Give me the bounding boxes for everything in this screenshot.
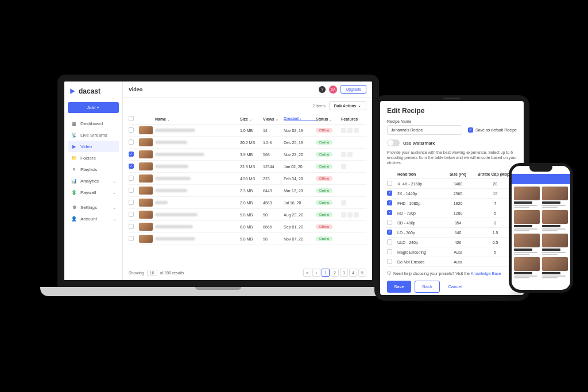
table-row[interactable]: 8.0 MB 8665 Sep 01, 20 Offline	[129, 221, 366, 233]
per-page-select[interactable]: 10	[147, 270, 157, 276]
back-button[interactable]: Back	[415, 281, 440, 293]
table-row[interactable]: 22.8 MB 12344 Jan 02, 20 Online	[129, 161, 366, 173]
page-prev[interactable]: ‹	[312, 269, 320, 277]
card-title	[542, 249, 560, 251]
preset-checkbox[interactable]	[387, 220, 392, 225]
sidebar-item-settings[interactable]: ⚙ Settings ⌄	[68, 201, 119, 213]
cancel-button[interactable]: Cancel	[443, 281, 467, 293]
avatar[interactable]: DA	[329, 86, 337, 94]
column-status[interactable]: Status⌄	[316, 117, 341, 121]
cell-views: 1.5 K	[263, 141, 284, 145]
sidebar-item-playlists[interactable]: ≡Playlists	[68, 164, 119, 175]
column-name[interactable]: Name⌄	[155, 117, 240, 121]
preset-row: FHD - 1080p 1920 7	[387, 199, 517, 208]
sidebar-item-folders[interactable]: 📁Folders	[68, 152, 119, 164]
card-thumbnail	[542, 234, 568, 247]
card-thumbnail	[542, 210, 568, 224]
feature-icon	[347, 212, 353, 218]
table-row[interactable]: 9.8 MB 98 Nov 07, 20 Online	[129, 233, 366, 245]
sidebar-item-dashboard[interactable]: ▦Dashboard	[68, 118, 119, 129]
page-number[interactable]: 5	[358, 269, 366, 277]
column-created[interactable]: Created↓	[284, 117, 316, 121]
watermark-toggle[interactable]	[387, 139, 400, 146]
table-row[interactable]: 9.8 MB 90 Aug 23, 20 Online	[129, 209, 366, 221]
select-all-checkbox[interactable]	[129, 116, 134, 121]
table-row[interactable]: 3.9 MB 568 Nov 22, 20 Online	[129, 149, 366, 161]
knowledge-base-link[interactable]: Knowledge Base	[471, 271, 501, 275]
content-card[interactable]	[542, 187, 568, 208]
table-row[interactable]: 2.3 MB 6443 Mar 12, 20 Online	[129, 185, 366, 197]
preset-checkbox[interactable]	[387, 200, 392, 205]
recipe-name-input[interactable]	[387, 125, 462, 135]
sidebar-item-paywall[interactable]: 💲Paywall⌄	[68, 187, 119, 198]
content-card[interactable]	[514, 257, 540, 278]
preset-checkbox[interactable]	[387, 181, 392, 186]
content-card[interactable]	[542, 234, 568, 255]
page-prev[interactable]: «	[303, 269, 311, 277]
sidebar-item-analytics[interactable]: 📊Analytics⌄	[68, 175, 119, 187]
row-checkbox[interactable]	[129, 236, 134, 241]
content-card[interactable]	[514, 234, 540, 255]
card-subtitle	[542, 207, 558, 208]
preset-row: 2K - 1440p 2560 15	[387, 189, 517, 199]
card-subtitle	[514, 230, 529, 231]
preset-name: 4K - 2160p	[397, 182, 442, 186]
table-row[interactable]: 4.56 MB 223 Feb 04, 20 Offline	[129, 173, 366, 185]
page-number[interactable]: 2	[331, 269, 339, 277]
status-badge: Online	[316, 212, 332, 217]
info-icon: ⓘ	[387, 270, 391, 276]
row-checkbox[interactable]	[129, 164, 134, 169]
default-recipe-checkbox[interactable]: Save as default Recipe	[468, 127, 517, 133]
preset-checkbox[interactable]	[387, 210, 392, 215]
row-checkbox[interactable]	[129, 152, 134, 157]
page-number[interactable]: 1	[322, 269, 330, 277]
preset-checkbox[interactable]	[387, 191, 392, 196]
save-button[interactable]: Save	[387, 281, 411, 293]
preset-checkbox[interactable]	[387, 249, 392, 254]
preset-row: SD - 480p 854 2	[387, 218, 517, 228]
phone-header	[512, 174, 570, 184]
row-checkbox[interactable]	[129, 176, 134, 181]
help-line: ⓘ Need help choosing your presets? Visit…	[387, 270, 517, 276]
row-checkbox[interactable]	[129, 188, 134, 193]
preset-name: Do Not Encode	[397, 260, 442, 264]
sidebar-item-video[interactable]: ▶Video	[68, 141, 119, 152]
table-row[interactable]: 20.2 MB 1.5 K Dec 25, 19 Online	[129, 137, 366, 149]
column-views[interactable]: Views⌄	[263, 117, 284, 121]
content-card[interactable]	[514, 210, 540, 231]
bulk-actions-button[interactable]: Bulk Actions ⌄	[329, 101, 366, 110]
status-badge: Online	[316, 152, 332, 157]
sidebar-item-label: Dashboard	[80, 121, 103, 126]
card-thumbnail	[514, 187, 540, 200]
preset-size: Auto	[442, 250, 474, 254]
card-title	[514, 201, 532, 204]
video-name	[155, 189, 187, 192]
preset-checkbox[interactable]	[387, 239, 392, 244]
table-row[interactable]: 1.0 MB 14 Nov 02, 19 Offline	[129, 125, 366, 137]
status-badge: Offline	[316, 176, 332, 181]
content-card[interactable]	[542, 210, 568, 231]
content-card[interactable]	[542, 257, 568, 278]
page-number[interactable]: 3	[340, 269, 348, 277]
video-name	[155, 201, 168, 204]
preset-checkbox[interactable]	[387, 230, 392, 235]
content-card[interactable]	[514, 187, 540, 208]
column-size[interactable]: Size⌄	[240, 117, 263, 121]
row-checkbox[interactable]	[129, 212, 134, 217]
preset-checkbox[interactable]	[387, 259, 392, 264]
row-checkbox[interactable]	[129, 139, 134, 145]
sidebar-item-account[interactable]: 👤 Account ⌄	[68, 213, 119, 224]
page-number[interactable]: 4	[349, 269, 357, 277]
table-row[interactable]: 2.0 MB 4563 Jul 16, 20 Online	[129, 197, 366, 209]
video-thumbnail	[139, 138, 153, 146]
add-button[interactable]: Add +	[68, 102, 119, 113]
sidebar-item-live-streams[interactable]: 📡Live Streams	[68, 129, 119, 141]
cell-size: 2.3 MB	[240, 189, 263, 193]
row-checkbox[interactable]	[129, 200, 134, 205]
video-thumbnail	[139, 223, 153, 231]
help-icon[interactable]: ?	[319, 86, 326, 93]
nav-icon: ▶	[71, 143, 77, 149]
upgrade-button[interactable]: Upgrade	[341, 85, 366, 94]
row-checkbox[interactable]	[129, 127, 134, 133]
row-checkbox[interactable]	[129, 224, 134, 229]
